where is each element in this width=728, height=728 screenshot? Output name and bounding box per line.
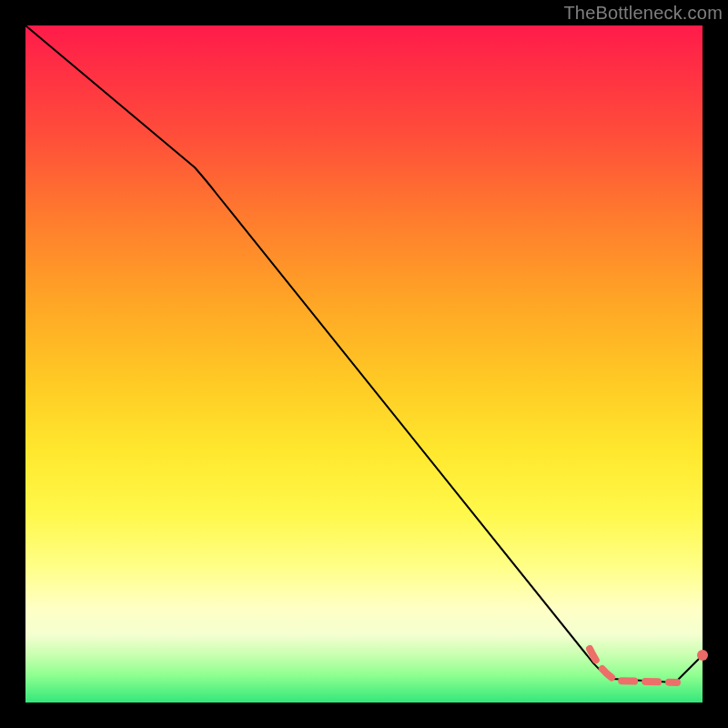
watermark-text: TheBottleneck.com — [563, 3, 723, 24]
series-highlight — [590, 649, 677, 682]
chart-container: TheBottleneck.com — [0, 0, 728, 728]
chart-svg — [25, 25, 703, 703]
series-curve — [25, 25, 703, 682]
endpoint-marker — [697, 650, 708, 661]
